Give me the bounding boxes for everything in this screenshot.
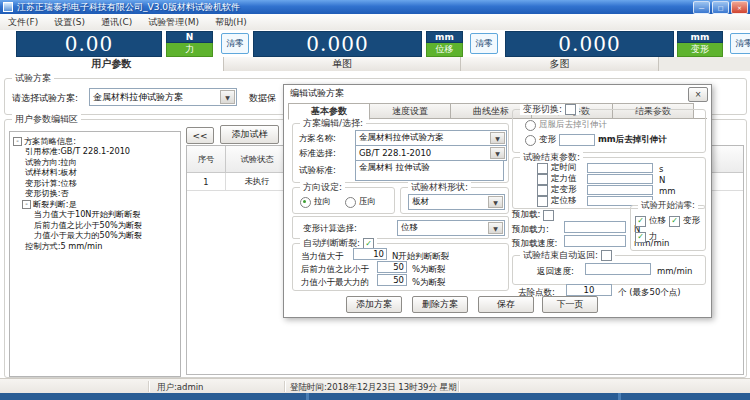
start-zero-groupbox: 试验开始清零: ✓位移 ✓变形 ✓力	[630, 205, 706, 251]
tab-user-params[interactable]: 用户参数	[0, 57, 224, 71]
checkbox-checked-icon: ✓	[669, 216, 680, 227]
readout-row: 0.00 N 力 清零 0.000 mm 位移 清零 0.000 mm 变形 清…	[0, 30, 750, 57]
deform-switch-value-input[interactable]	[559, 134, 595, 146]
tab-multi-chart[interactable]: 多图	[461, 57, 659, 71]
break-ratio-input[interactable]	[377, 261, 407, 273]
tree-item[interactable]: 后前力值之比小于50%为断裂	[10, 220, 180, 231]
standard-select-label: 标准选择:	[299, 148, 336, 160]
standard-combobox[interactable]: GB/T 228.1-2010 ▼	[355, 145, 507, 161]
menu-file[interactable]: 文件(F)	[0, 16, 46, 29]
close-icon[interactable]: ×	[731, 1, 748, 14]
menu-test-management[interactable]: 试验管理(M)	[140, 16, 207, 29]
maximize-icon[interactable]: □	[712, 1, 729, 14]
end-time-unit: s	[659, 164, 663, 174]
preload-toggle: 预加载:	[512, 209, 554, 221]
chevron-down-icon[interactable]: ▼	[490, 132, 505, 144]
next-page-button[interactable]: 下一页	[542, 296, 598, 313]
tree-item[interactable]: 变形计算:位移	[10, 178, 180, 189]
checkbox-unchecked-icon[interactable]	[565, 104, 576, 115]
plan-select-combobox[interactable]: 金属材料拉伸试验方案 ▼	[89, 88, 237, 106]
auto-break-groupbox: 自动判断断裂: ✓ 当力值大于 N开始判断断裂 后前力值之比小于 %为断裂 力值…	[292, 243, 509, 291]
checkbox-unchecked-icon[interactable]	[537, 196, 548, 207]
tree-item[interactable]: 当力值大于10N开始判断断裂	[10, 210, 180, 221]
add-plan-button[interactable]: 添加方案	[346, 296, 402, 313]
col-header-status[interactable]: 试验状态	[226, 146, 289, 172]
checkbox-unchecked-icon[interactable]	[543, 210, 554, 221]
material-shape-combobox[interactable]: 板材 ▼	[408, 194, 505, 210]
test-standard-textbox[interactable]: 金属材料 拉伸试验	[355, 160, 504, 181]
collapse-panel-button[interactable]: <<	[186, 127, 214, 144]
checkbox-unchecked-icon[interactable]	[537, 174, 548, 185]
tree-collapse-icon[interactable]: -	[13, 137, 22, 146]
deformation-unit-stack: mm 变形	[677, 31, 723, 55]
end-disp-row: 定位移	[537, 195, 577, 207]
end-force-input[interactable]	[587, 174, 653, 184]
preload-speed-label: 预加载速度:	[512, 238, 557, 250]
break-max-input[interactable]	[377, 274, 407, 286]
plan-selected-value: 金属材料拉伸试验方案	[93, 91, 183, 104]
checkbox-unchecked-icon[interactable]	[601, 250, 612, 261]
chevron-down-icon[interactable]: ▼	[488, 196, 503, 208]
displacement-clear-button[interactable]: 清零	[470, 33, 498, 54]
plan-edit-legend: 方案编辑/选择:	[300, 118, 366, 129]
radio-off-icon	[345, 197, 356, 208]
end-time-input[interactable]	[587, 163, 653, 173]
preload-speed-input[interactable]	[564, 235, 626, 247]
checkbox-unchecked-icon[interactable]	[537, 185, 548, 196]
deformation-value-display: 0.000	[505, 31, 674, 57]
checkbox-unchecked-icon[interactable]	[537, 163, 548, 174]
deformation-clear-button[interactable]: 清零	[730, 33, 750, 54]
edit-plan-dialog: 编辑试验方案 × 基本参数 速度设置 曲线坐标 用户参数 结果参数 方案编辑/选…	[283, 84, 712, 318]
menu-settings[interactable]: 设置(S)	[46, 16, 93, 29]
radio-deform-remove[interactable]: 变形 mm后去掉引伸计	[525, 134, 667, 146]
dialog-close-icon[interactable]: ×	[688, 87, 708, 102]
tree-item[interactable]: 试验方向:拉向	[10, 157, 180, 168]
tree-item[interactable]: -方案简略信息:	[10, 136, 180, 147]
tree-item[interactable]: 试样材料:板材	[10, 168, 180, 179]
add-sample-button[interactable]: 添加试样	[220, 125, 279, 144]
break-start-label: 当力值大于	[301, 251, 344, 263]
radio-pull[interactable]: 拉向	[300, 196, 331, 208]
radio-push[interactable]: 压向	[345, 196, 376, 208]
minimize-icon[interactable]: —	[693, 1, 710, 14]
zero-force-checkbox[interactable]: ✓力	[635, 231, 658, 243]
chevron-down-icon[interactable]: ▼	[488, 222, 503, 234]
tree-item[interactable]: 引用标准:GB/T 228.1-2010	[10, 147, 180, 158]
user-param-edit-legend: 用户参数编辑区	[12, 114, 81, 125]
menu-communication[interactable]: 通讯(C)	[93, 16, 140, 29]
save-button[interactable]: 保存	[478, 296, 534, 313]
checkbox-checked-icon: ✓	[635, 232, 646, 243]
remove-points-input[interactable]	[566, 284, 612, 296]
tree-item[interactable]: 力值小于最大力的50%为断裂	[10, 231, 180, 242]
tree-item[interactable]: 控制方式:5 mm/min	[10, 241, 180, 252]
radio-yield-remove[interactable]: 屈服后去掉引伸计	[525, 119, 607, 131]
plan-name-combobox[interactable]: 金属材料拉伸试验方案 ▼	[355, 130, 507, 146]
return-speed-label: 返回速度:	[537, 266, 574, 278]
return-speed-input[interactable]	[585, 263, 651, 275]
zero-deformation-checkbox[interactable]: ✓变形	[669, 215, 700, 227]
dialog-tab-speed[interactable]: 速度设置	[370, 103, 451, 119]
break-ratio-suffix: %为断裂	[412, 264, 446, 276]
end-deform-input[interactable]	[587, 185, 653, 195]
force-clear-button[interactable]: 清零	[221, 33, 249, 54]
col-header-no[interactable]: 序号	[187, 146, 226, 172]
preload-force-input[interactable]	[564, 221, 626, 233]
main-tab-bar: 用户参数 单图 多图	[0, 57, 750, 71]
break-start-force-input[interactable]	[353, 248, 387, 260]
window-title: 江苏正瑞泰邦电子科技有限公司_V3.0版材料试验机软件	[17, 1, 240, 14]
test-plan-legend: 试验方案	[12, 73, 54, 84]
chevron-down-icon[interactable]: ▼	[220, 90, 235, 104]
tree-item[interactable]: 变形切换:否	[10, 189, 180, 200]
deformation-unit-label: mm	[677, 31, 723, 43]
delete-plan-button[interactable]: 删除方案	[412, 296, 468, 313]
zero-displacement-checkbox[interactable]: ✓位移	[635, 215, 666, 227]
force-unit-label: N	[166, 31, 213, 43]
break-max-label: 力值小于最大力的	[301, 277, 369, 289]
menu-help[interactable]: 帮助(H)	[207, 16, 255, 29]
tree-collapse-icon[interactable]: -	[22, 200, 31, 209]
plan-select-label: 请选择试验方案:	[12, 92, 78, 105]
tab-single-chart[interactable]: 单图	[224, 57, 461, 71]
tree-item[interactable]: -断裂判断:是	[10, 199, 180, 210]
deform-calc-combobox[interactable]: 位移 ▼	[397, 220, 505, 236]
chevron-down-icon[interactable]: ▼	[490, 147, 505, 159]
